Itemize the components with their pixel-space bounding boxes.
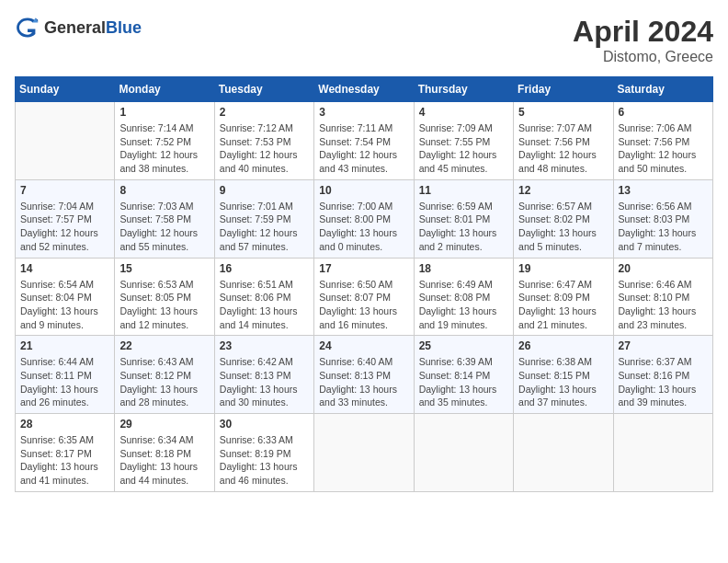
day-info: Sunrise: 7:03 AMSunset: 7:58 PMDaylight:… xyxy=(119,200,209,254)
weekday-header-row: SundayMondayTuesdayWednesdayThursdayFrid… xyxy=(16,77,713,102)
day-info: Sunrise: 6:34 AMSunset: 8:18 PMDaylight:… xyxy=(119,433,209,488)
day-number: 9 xyxy=(220,184,309,197)
day-number: 18 xyxy=(419,262,508,275)
day-number: 17 xyxy=(319,262,408,275)
day-info: Sunrise: 7:09 AMSunset: 7:55 PMDaylight:… xyxy=(419,121,508,176)
calendar-header: SundayMondayTuesdayWednesdayThursdayFrid… xyxy=(16,77,713,102)
day-number: 15 xyxy=(119,262,209,275)
calendar-cell: 16Sunrise: 6:51 AMSunset: 8:06 PMDayligh… xyxy=(214,258,313,336)
calendar-cell: 23Sunrise: 6:42 AMSunset: 8:13 PMDayligh… xyxy=(214,336,313,414)
day-number: 14 xyxy=(20,262,109,275)
month-title: April 2024 xyxy=(573,15,713,49)
calendar-week-2: 7Sunrise: 7:04 AMSunset: 7:57 PMDaylight… xyxy=(16,179,713,258)
day-number: 7 xyxy=(20,184,109,197)
day-number: 1 xyxy=(119,106,209,119)
day-info: Sunrise: 6:43 AMSunset: 8:12 PMDaylight:… xyxy=(119,355,209,409)
day-number: 24 xyxy=(319,339,408,352)
calendar-cell: 14Sunrise: 6:54 AMSunset: 8:04 PMDayligh… xyxy=(16,258,115,336)
day-info: Sunrise: 6:51 AMSunset: 8:06 PMDaylight:… xyxy=(220,278,309,332)
day-number: 26 xyxy=(518,339,608,352)
calendar-cell xyxy=(514,414,613,492)
day-info: Sunrise: 6:46 AMSunset: 8:10 PMDaylight:… xyxy=(619,278,708,332)
day-info: Sunrise: 6:59 AMSunset: 8:01 PMDaylight:… xyxy=(419,200,508,254)
calendar-cell: 30Sunrise: 6:33 AMSunset: 8:19 PMDayligh… xyxy=(214,414,313,492)
day-info: Sunrise: 6:35 AMSunset: 8:17 PMDaylight:… xyxy=(20,433,109,488)
day-number: 6 xyxy=(619,106,708,119)
day-number: 16 xyxy=(220,262,309,275)
day-number: 27 xyxy=(619,339,708,352)
logo-blue: Blue xyxy=(106,18,142,37)
calendar-cell: 17Sunrise: 6:50 AMSunset: 8:07 PMDayligh… xyxy=(314,258,414,336)
calendar-cell: 28Sunrise: 6:35 AMSunset: 8:17 PMDayligh… xyxy=(16,414,115,492)
day-info: Sunrise: 7:00 AMSunset: 8:00 PMDaylight:… xyxy=(319,200,408,254)
calendar-cell: 22Sunrise: 6:43 AMSunset: 8:12 PMDayligh… xyxy=(115,336,214,414)
logo-icon xyxy=(15,15,40,40)
day-info: Sunrise: 6:56 AMSunset: 8:03 PMDaylight:… xyxy=(619,200,708,254)
day-number: 2 xyxy=(220,106,309,119)
calendar-cell: 3Sunrise: 7:11 AMSunset: 7:54 PMDaylight… xyxy=(314,102,414,180)
weekday-monday: Monday xyxy=(115,77,214,102)
calendar-week-5: 28Sunrise: 6:35 AMSunset: 8:17 PMDayligh… xyxy=(16,414,713,492)
day-number: 4 xyxy=(419,106,508,119)
calendar-cell xyxy=(414,414,513,492)
day-info: Sunrise: 6:40 AMSunset: 8:13 PMDaylight:… xyxy=(319,355,408,409)
logo-general: General xyxy=(44,18,106,37)
calendar-cell xyxy=(613,414,712,492)
title-block: April 2024 Distomo, Greece xyxy=(573,15,713,65)
calendar-cell: 7Sunrise: 7:04 AMSunset: 7:57 PMDaylight… xyxy=(16,179,115,258)
location-title: Distomo, Greece xyxy=(573,49,713,65)
calendar-cell: 1Sunrise: 7:14 AMSunset: 7:52 PMDaylight… xyxy=(115,102,214,180)
weekday-tuesday: Tuesday xyxy=(214,77,313,102)
calendar-cell: 9Sunrise: 7:01 AMSunset: 7:59 PMDaylight… xyxy=(214,179,313,258)
day-number: 10 xyxy=(319,184,408,197)
logo: GeneralBlue xyxy=(15,15,142,40)
day-info: Sunrise: 6:37 AMSunset: 8:16 PMDaylight:… xyxy=(619,355,708,409)
calendar-cell: 11Sunrise: 6:59 AMSunset: 8:01 PMDayligh… xyxy=(414,179,513,258)
day-number: 3 xyxy=(319,106,408,119)
calendar-cell: 15Sunrise: 6:53 AMSunset: 8:05 PMDayligh… xyxy=(115,258,214,336)
day-number: 8 xyxy=(119,184,209,197)
calendar-cell: 6Sunrise: 7:06 AMSunset: 7:56 PMDaylight… xyxy=(613,102,712,180)
weekday-sunday: Sunday xyxy=(16,77,115,102)
day-info: Sunrise: 6:50 AMSunset: 8:07 PMDaylight:… xyxy=(319,278,408,332)
calendar-cell: 18Sunrise: 6:49 AMSunset: 8:08 PMDayligh… xyxy=(414,258,513,336)
day-info: Sunrise: 6:39 AMSunset: 8:14 PMDaylight:… xyxy=(419,355,508,409)
page-header: GeneralBlue April 2024 Distomo, Greece xyxy=(15,15,713,65)
day-info: Sunrise: 6:42 AMSunset: 8:13 PMDaylight:… xyxy=(220,355,309,409)
day-info: Sunrise: 7:14 AMSunset: 7:52 PMDaylight:… xyxy=(119,121,209,176)
day-number: 22 xyxy=(119,339,209,352)
calendar-week-4: 21Sunrise: 6:44 AMSunset: 8:11 PMDayligh… xyxy=(16,336,713,414)
day-number: 30 xyxy=(220,418,309,431)
calendar-cell: 19Sunrise: 6:47 AMSunset: 8:09 PMDayligh… xyxy=(514,258,613,336)
day-info: Sunrise: 6:54 AMSunset: 8:04 PMDaylight:… xyxy=(20,278,109,332)
weekday-saturday: Saturday xyxy=(613,77,712,102)
calendar-cell: 29Sunrise: 6:34 AMSunset: 8:18 PMDayligh… xyxy=(115,414,214,492)
calendar-cell: 2Sunrise: 7:12 AMSunset: 7:53 PMDaylight… xyxy=(214,102,313,180)
day-info: Sunrise: 7:11 AMSunset: 7:54 PMDaylight:… xyxy=(319,121,408,176)
weekday-friday: Friday xyxy=(514,77,613,102)
day-number: 12 xyxy=(518,184,608,197)
calendar-cell xyxy=(16,102,115,180)
day-info: Sunrise: 6:38 AMSunset: 8:15 PMDaylight:… xyxy=(518,355,608,409)
calendar-cell xyxy=(314,414,414,492)
weekday-thursday: Thursday xyxy=(414,77,513,102)
day-number: 5 xyxy=(518,106,608,119)
calendar-cell: 20Sunrise: 6:46 AMSunset: 8:10 PMDayligh… xyxy=(613,258,712,336)
calendar-cell: 4Sunrise: 7:09 AMSunset: 7:55 PMDaylight… xyxy=(414,102,513,180)
day-number: 23 xyxy=(220,339,309,352)
day-info: Sunrise: 7:06 AMSunset: 7:56 PMDaylight:… xyxy=(619,121,708,176)
day-number: 21 xyxy=(20,339,109,352)
calendar-body: 1Sunrise: 7:14 AMSunset: 7:52 PMDaylight… xyxy=(16,102,713,492)
calendar-cell: 8Sunrise: 7:03 AMSunset: 7:58 PMDaylight… xyxy=(115,179,214,258)
day-info: Sunrise: 7:07 AMSunset: 7:56 PMDaylight:… xyxy=(518,121,608,176)
day-info: Sunrise: 7:12 AMSunset: 7:53 PMDaylight:… xyxy=(220,121,309,176)
day-info: Sunrise: 6:57 AMSunset: 8:02 PMDaylight:… xyxy=(518,200,608,254)
calendar-cell: 5Sunrise: 7:07 AMSunset: 7:56 PMDaylight… xyxy=(514,102,613,180)
day-number: 13 xyxy=(619,184,708,197)
day-number: 19 xyxy=(518,262,608,275)
calendar-cell: 10Sunrise: 7:00 AMSunset: 8:00 PMDayligh… xyxy=(314,179,414,258)
logo-text: GeneralBlue xyxy=(44,18,142,38)
day-info: Sunrise: 6:49 AMSunset: 8:08 PMDaylight:… xyxy=(419,278,508,332)
day-number: 25 xyxy=(419,339,508,352)
calendar-table: SundayMondayTuesdayWednesdayThursdayFrid… xyxy=(15,76,713,492)
